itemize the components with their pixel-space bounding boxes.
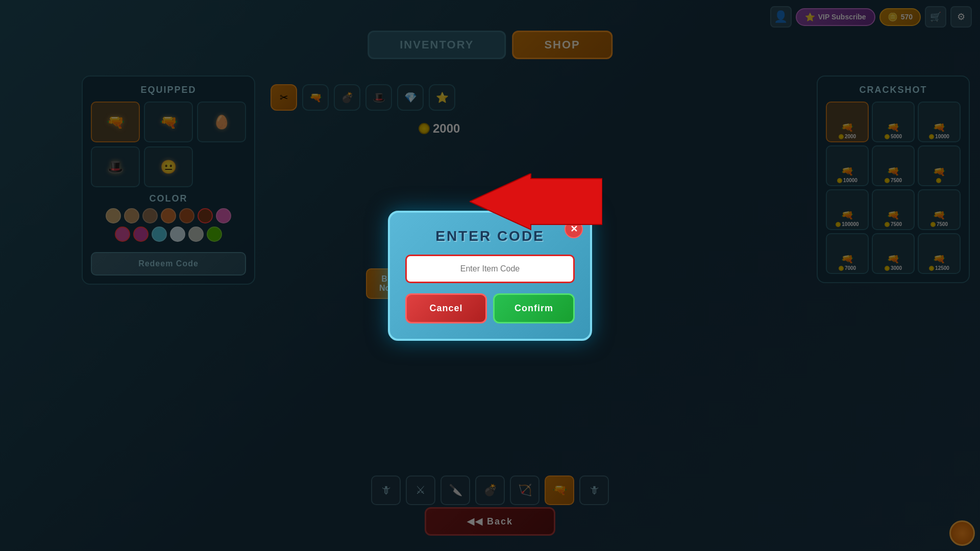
item-code-input[interactable] xyxy=(409,258,571,280)
enter-code-modal: ✕ ENTER CODE Cancel Confirm xyxy=(388,211,592,341)
modal-input-wrapper xyxy=(405,255,575,283)
close-icon: ✕ xyxy=(570,223,578,235)
modal-backdrop: ✕ ENTER CODE Cancel Confirm xyxy=(0,0,980,551)
modal-buttons: Cancel Confirm xyxy=(405,293,575,323)
modal-title: ENTER CODE xyxy=(405,228,575,244)
cancel-button[interactable]: Cancel xyxy=(405,293,487,323)
modal-close-button[interactable]: ✕ xyxy=(565,220,583,238)
confirm-button[interactable]: Confirm xyxy=(493,293,575,323)
